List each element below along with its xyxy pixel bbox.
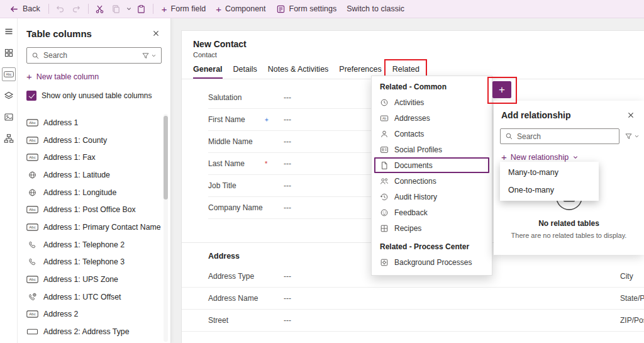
audit-history-icon [380, 193, 389, 201]
column-item-address-1-latitude[interactable]: Address 1: Latitude [18, 166, 162, 184]
field-row-salutation[interactable]: Salutation--- [208, 87, 374, 109]
field-row-first-name[interactable]: First Name+--- [208, 109, 374, 131]
add-relationship-button[interactable]: + [492, 81, 511, 98]
field-row-job-title[interactable]: Job Title--- [208, 175, 374, 197]
column-item-label: Address 1: UPS Zone [43, 275, 118, 284]
menu-item-social-profiles[interactable]: Social Profiles [372, 142, 492, 157]
close-panel-button[interactable] [149, 26, 163, 40]
cut-button[interactable] [92, 1, 108, 16]
plus-icon: + [501, 152, 507, 162]
columns-search-box [26, 47, 162, 64]
hierarchy-icon [4, 133, 14, 143]
column-item-address-1[interactable]: AbcAddress 1 [18, 114, 162, 132]
tab-notes-activities[interactable]: Notes & Activities [268, 65, 329, 79]
menu-item-contacts[interactable]: Contacts [372, 126, 492, 142]
new-relationship-popup: Many-to-manyOne-to-many [500, 162, 599, 201]
unused-columns-checkbox-row[interactable]: Show only unused table columns [26, 91, 162, 101]
plus-icon: + [26, 72, 32, 81]
components-rail-button[interactable] [2, 89, 16, 103]
form-settings-button[interactable]: Form settings [271, 1, 342, 16]
empty-state-message: There are no related tables to display. [494, 232, 644, 239]
undo-button[interactable] [52, 1, 69, 16]
relationship-option-many-to-many[interactable]: Many-to-many [500, 164, 599, 181]
abc-icon: Abc [26, 205, 38, 214]
svg-text:Abc: Abc [6, 72, 11, 76]
tab-details[interactable]: Details [233, 65, 257, 79]
column-item-address-1-ups-zone[interactable]: AbcAddress 1: UPS Zone [18, 271, 162, 288]
field-row-last-name[interactable]: Last Name*--- [208, 153, 374, 175]
columns-search-input[interactable] [43, 51, 138, 60]
relationship-filter-button[interactable] [625, 132, 640, 140]
component-button[interactable]: + Component [211, 1, 270, 16]
menu-item-label: Connections [394, 177, 436, 186]
field-value: --- [284, 159, 291, 168]
relationship-search-input[interactable] [517, 132, 614, 141]
column-item-address-1-post-office-box[interactable]: AbcAddress 1: Post Office Box [18, 201, 162, 218]
menu-item-connections[interactable]: Connections [372, 173, 492, 189]
panel-title: Table columns [26, 28, 92, 39]
new-relationship-button[interactable]: + New relationship [501, 152, 579, 162]
globe-icon [26, 188, 38, 197]
media-icon [4, 112, 14, 122]
scrollbar-track[interactable] [164, 114, 168, 342]
tab-general[interactable]: General [193, 65, 223, 79]
svg-text:Abc: Abc [29, 312, 35, 317]
related-menu: Related - CommonActivitiesAbAddressesCon… [371, 76, 492, 276]
paste-options-chevron[interactable] [125, 1, 133, 16]
menu-item-audit-history[interactable]: Audit History [372, 189, 492, 205]
table-columns-rail-button[interactable]: Abc [2, 67, 16, 81]
menu-item-documents[interactable]: Documents [374, 157, 489, 173]
redo-button[interactable] [69, 1, 85, 16]
menu-item-addresses[interactable]: AbAddresses [372, 110, 492, 126]
menu-item-recipes[interactable]: Recipes [372, 220, 492, 236]
field-label: Salutation [208, 93, 265, 102]
form-settings-label: Form settings [289, 4, 337, 13]
filter-icon [142, 52, 150, 60]
column-item-address-1-longitude[interactable]: Address 1: Longitude [18, 184, 162, 201]
tree-view-rail-button[interactable] [2, 132, 16, 145]
address-row-address-name[interactable]: Address Name---State/Pro [182, 288, 644, 310]
column-item-label: Address 1: Longitude [43, 188, 116, 197]
menu-item-feedback[interactable]: Feedback [372, 205, 492, 220]
redo-icon [72, 4, 81, 14]
field-row-company-name[interactable]: Company Name--- [208, 197, 374, 219]
paste-button[interactable] [133, 1, 150, 16]
column-item-address-1-county[interactable]: AbcAddress 1: County [18, 132, 162, 149]
new-table-column-button[interactable]: + New table column [26, 72, 99, 81]
addresses-icon: Ab [380, 114, 389, 123]
back-label: Back [23, 4, 40, 13]
copy-icon [111, 4, 121, 14]
column-item-address-1-primary-contact-name[interactable]: AbcAddress 1: Primary Contact Name [18, 218, 162, 236]
media-rail-button[interactable] [2, 110, 16, 124]
close-panel-button[interactable] [624, 108, 638, 122]
column-item-address-1-utc-offset[interactable]: Address 1: UTC Offset [18, 288, 162, 306]
menu-button[interactable] [2, 25, 16, 38]
column-item-label: Address 1: Primary Contact Name [43, 223, 161, 232]
column-item-address-1-telephone-2[interactable]: Address 1: Telephone 2 [18, 236, 162, 254]
field-row-middle-name[interactable]: Middle Name--- [208, 131, 374, 153]
column-item-label: Address 1: Latitude [43, 171, 110, 179]
recipes-icon [380, 224, 389, 233]
scrollbar-thumb[interactable] [164, 116, 168, 200]
switch-to-classic-button[interactable]: Switch to classic [341, 1, 409, 16]
phone-icon [26, 257, 38, 266]
apps-button[interactable] [2, 46, 16, 60]
back-button[interactable]: Back [4, 1, 45, 16]
menu-item-background-processes[interactable]: Background Processes [372, 254, 492, 270]
column-item-address-1-telephone-3[interactable]: Address 1: Telephone 3 [18, 254, 162, 271]
chevron-down-icon [634, 133, 640, 139]
filter-icon [625, 132, 633, 140]
checkbox-checked[interactable] [26, 91, 36, 101]
feedback-icon [380, 208, 389, 217]
columns-filter-button[interactable] [142, 52, 157, 60]
column-item-address-1-fax[interactable]: AbcAddress 1: Fax [18, 149, 162, 166]
relationship-option-one-to-many[interactable]: One-to-many [500, 181, 599, 199]
copy-button[interactable] [108, 1, 125, 16]
address-row-street[interactable]: Street---ZIP/Posta [182, 310, 644, 332]
column-item-address-2-address-type[interactable]: Address 2: Address Type [18, 323, 162, 340]
form-field-button[interactable]: + Form field [157, 1, 211, 16]
menu-item-activities[interactable]: Activities [372, 94, 492, 110]
column-item-address-2[interactable]: AbcAddress 2 [18, 306, 162, 323]
field-label: Company Name [208, 203, 265, 212]
field-value: --- [284, 93, 291, 102]
